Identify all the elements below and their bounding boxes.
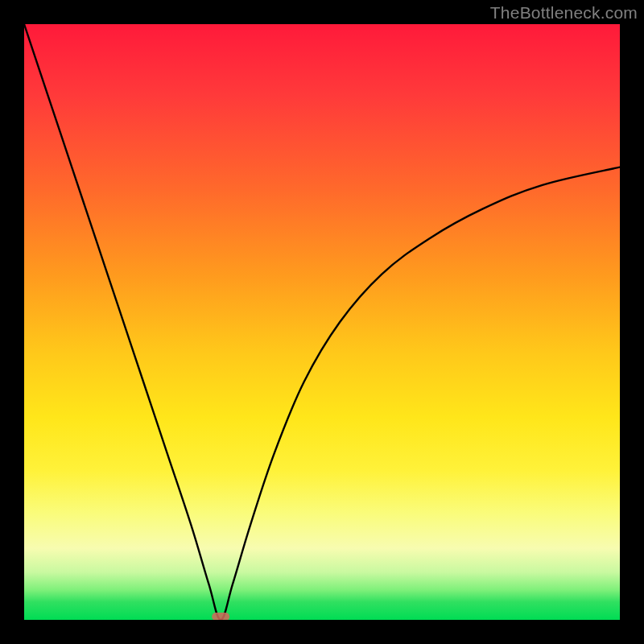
minimum-marker xyxy=(212,613,229,620)
plot-area xyxy=(24,24,620,620)
bottleneck-curve xyxy=(24,24,620,620)
chart-frame: TheBottleneck.com xyxy=(0,0,644,644)
watermark-text: TheBottleneck.com xyxy=(490,3,638,23)
curve-layer xyxy=(24,24,620,620)
